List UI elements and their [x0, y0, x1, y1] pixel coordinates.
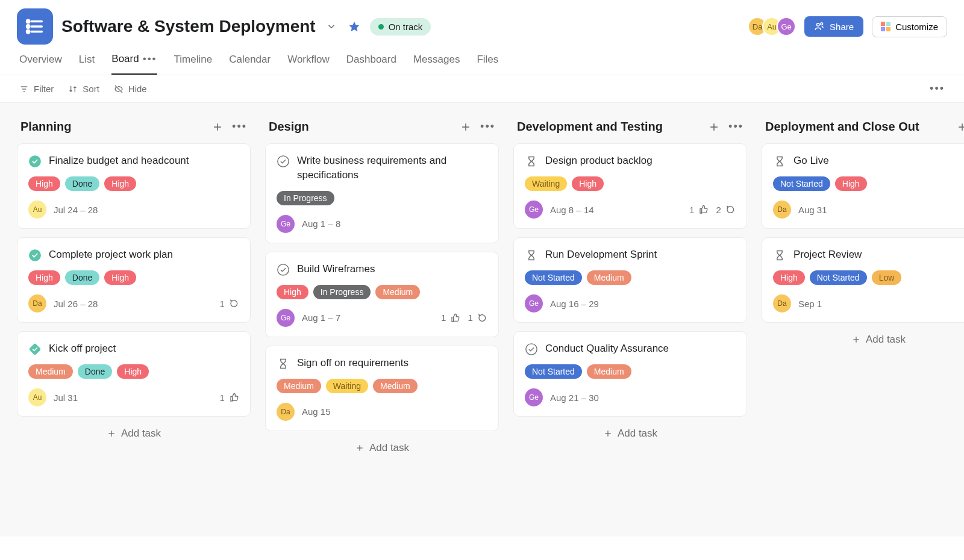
tab-workflow[interactable]: Workflow [287, 53, 330, 75]
complete-check-icon[interactable] [28, 343, 42, 356]
hourglass-icon[interactable] [525, 249, 538, 262]
task-card[interactable]: Sign off on requirementsMediumWaitingMed… [265, 346, 499, 431]
hourglass-icon[interactable] [773, 155, 786, 168]
assignee-avatar: Ge [525, 201, 543, 219]
task-card[interactable]: Kick off projectMediumDoneHighAuJul 311 [17, 331, 251, 417]
add-task-button[interactable]: Add task [265, 431, 499, 465]
project-menu-chevron[interactable] [324, 19, 339, 34]
hide-button[interactable]: Hide [114, 84, 147, 94]
task-title: Conduct Quality Assurance [545, 341, 669, 356]
tab-list[interactable]: List [79, 53, 95, 75]
tag: Waiting [525, 176, 567, 191]
hourglass-icon[interactable] [525, 155, 538, 168]
tab-overview[interactable]: Overview [19, 53, 62, 75]
favorite-star-icon[interactable] [347, 19, 362, 34]
comments-count[interactable]: 1 [219, 299, 239, 309]
add-card-icon[interactable] [211, 121, 224, 133]
svg-point-3 [27, 20, 30, 22]
hourglass-icon[interactable] [277, 357, 290, 370]
tab-dashboard[interactable]: Dashboard [346, 53, 396, 75]
add-card-icon[interactable] [460, 121, 472, 133]
tag: Medium [375, 285, 420, 299]
comments-count[interactable]: 1 [468, 313, 487, 323]
tab-messages[interactable]: Messages [413, 53, 460, 75]
column-more-icon[interactable]: ••• [480, 120, 495, 133]
complete-check-icon[interactable] [277, 263, 290, 276]
project-header: Software & System Deployment On track Da… [0, 0, 964, 45]
likes-count[interactable]: 1 [219, 393, 239, 403]
hourglass-icon[interactable] [773, 249, 786, 262]
likes-count[interactable]: 1 [689, 205, 709, 215]
column-more-icon[interactable]: ••• [232, 120, 247, 133]
tab-files[interactable]: Files [477, 53, 498, 75]
tag: Not Started [525, 364, 582, 379]
task-card[interactable]: Go LiveNot StartedHighDaAug 31 [762, 143, 964, 229]
share-button[interactable]: Share [804, 16, 863, 37]
add-task-button[interactable]: Add task [17, 417, 251, 450]
filter-button[interactable]: Filter [19, 84, 54, 94]
task-card[interactable]: Conduct Quality AssuranceNot StartedMedi… [513, 331, 747, 417]
svg-point-7 [817, 23, 820, 26]
customize-label: Customize [895, 22, 938, 32]
task-card[interactable]: Write business requirements and specific… [265, 143, 499, 243]
project-tabs: OverviewListBoard•••TimelineCalendarWork… [0, 45, 964, 75]
complete-check-icon[interactable] [28, 249, 42, 262]
toolbar-more-icon[interactable]: ••• [930, 82, 945, 95]
column-title: Deployment and Close Out [765, 120, 956, 134]
add-task-button[interactable]: Add task [762, 323, 964, 356]
svg-point-27 [526, 344, 537, 355]
tab-timeline[interactable]: Timeline [174, 53, 213, 75]
tab-board[interactable]: Board••• [111, 53, 157, 75]
column: Design•••Write business requirements and… [265, 117, 499, 522]
due-date: Aug 1 – 8 [302, 219, 340, 229]
task-card[interactable]: Build WireframesHighIn ProgressMediumGeA… [265, 252, 499, 337]
sort-button[interactable]: Sort [68, 84, 99, 94]
task-card[interactable]: Run Development SprintNot StartedMediumG… [513, 237, 747, 323]
tag: Medium [587, 364, 631, 379]
assignee-avatar: Ge [525, 294, 543, 313]
tag: Medium [277, 379, 321, 393]
task-card[interactable]: Project ReviewHighNot StartedLowDaSep 1 [762, 237, 964, 323]
project-title: Software & System Deployment [61, 17, 316, 36]
svg-point-14 [30, 156, 40, 167]
status-pill[interactable]: On track [370, 18, 431, 36]
tag: High [117, 364, 149, 379]
due-date: Aug 15 [302, 406, 331, 417]
complete-check-icon[interactable] [277, 155, 290, 168]
tag: High [277, 285, 308, 299]
column-more-icon[interactable]: ••• [728, 120, 743, 133]
tab-calendar[interactable]: Calendar [229, 53, 271, 75]
due-date: Aug 1 – 7 [302, 313, 340, 323]
complete-check-icon[interactable] [28, 155, 42, 168]
due-date: Jul 26 – 28 [54, 299, 98, 309]
assignee-avatar: Ge [277, 215, 295, 233]
due-date: Jul 24 – 28 [54, 205, 98, 215]
add-task-button[interactable]: Add task [513, 417, 747, 450]
status-label: On track [389, 22, 423, 32]
likes-count[interactable]: 1 [441, 313, 461, 323]
tab-options-icon[interactable]: ••• [143, 53, 157, 65]
due-date: Aug 8 – 14 [550, 205, 594, 215]
task-card[interactable]: Complete project work planHighDoneHighDa… [17, 237, 251, 323]
tag: High [28, 176, 60, 191]
column-title: Design [269, 120, 460, 134]
hide-label: Hide [128, 84, 147, 94]
add-card-icon[interactable] [708, 121, 720, 133]
due-date: Aug 16 – 29 [550, 299, 599, 309]
add-card-icon[interactable] [956, 121, 964, 133]
assignee-avatar: Ge [277, 309, 295, 327]
task-title: Project Review [793, 247, 862, 262]
task-title: Go Live [793, 154, 829, 168]
task-card[interactable]: Design product backlogWaitingHighGeAug 8… [513, 143, 747, 229]
comments-count[interactable]: 2 [716, 205, 736, 215]
task-card[interactable]: Finalize budget and headcountHighDoneHig… [17, 143, 251, 229]
assignee-avatar: Da [773, 201, 791, 219]
customize-button[interactable]: Customize [872, 16, 947, 37]
member-avatars[interactable]: Da Au Ge [748, 17, 796, 36]
due-date: Aug 21 – 30 [550, 393, 599, 403]
sort-label: Sort [83, 84, 99, 94]
due-date: Jul 31 [54, 393, 78, 403]
tag: In Progress [277, 191, 334, 205]
assignee-avatar: Ge [525, 388, 543, 406]
complete-check-icon[interactable] [525, 343, 538, 356]
